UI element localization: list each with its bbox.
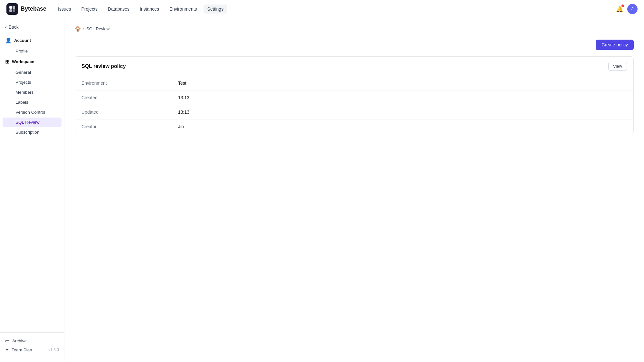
notification-bell[interactable]: 🔔 bbox=[614, 4, 625, 14]
policy-card: SQL review policy View Environment Test … bbox=[75, 56, 634, 134]
workspace-section-label: Workspace bbox=[12, 59, 34, 64]
logo-icon bbox=[6, 3, 18, 15]
created-label: Created bbox=[75, 90, 172, 105]
table-row-updated: Updated 13:13 bbox=[75, 105, 633, 119]
sidebar-item-subscription[interactable]: Subscription bbox=[3, 128, 62, 137]
content-header: Create policy bbox=[75, 40, 634, 50]
created-value: 13:13 bbox=[172, 90, 633, 105]
account-icon: 👤 bbox=[5, 37, 12, 43]
policy-title: SQL review policy bbox=[81, 63, 126, 69]
sidebar-item-general[interactable]: General bbox=[3, 68, 62, 77]
policy-table: Environment Test Created 13:13 Updated 1… bbox=[75, 76, 633, 134]
back-button[interactable]: ‹ Back bbox=[0, 22, 64, 32]
breadcrumb-home-icon[interactable]: 🏠 bbox=[75, 26, 81, 32]
version-text: v1.3.0 bbox=[48, 348, 59, 352]
team-plan-icon: ✦ bbox=[5, 347, 9, 352]
top-navigation: Bytebase Issues Projects Databases Insta… bbox=[0, 0, 644, 18]
back-arrow-icon: ‹ bbox=[5, 24, 7, 30]
notification-badge bbox=[621, 5, 624, 7]
breadcrumb: 🏠 › SQL Review bbox=[75, 26, 634, 32]
environment-label: Environment bbox=[75, 76, 172, 90]
sidebar-item-version-control[interactable]: Version Control bbox=[3, 108, 62, 117]
svg-rect-0 bbox=[9, 6, 12, 9]
logo[interactable]: Bytebase bbox=[6, 3, 46, 15]
policy-card-header: SQL review policy View bbox=[75, 57, 633, 76]
breadcrumb-current: SQL Review bbox=[86, 26, 109, 31]
table-row-environment: Environment Test bbox=[75, 76, 633, 90]
sidebar-item-members[interactable]: Members bbox=[3, 88, 62, 97]
table-row-created: Created 13:13 bbox=[75, 90, 633, 105]
nav-instances[interactable]: Instances bbox=[136, 5, 163, 14]
archive-item[interactable]: 🗃 Archive bbox=[5, 337, 59, 345]
create-policy-button[interactable]: Create policy bbox=[596, 40, 634, 50]
sidebar-bottom: 🗃 Archive ✦ Team Plan v1.3.0 bbox=[0, 332, 64, 358]
account-section-label: Account bbox=[14, 38, 31, 43]
table-row-creator: Creator Jin bbox=[75, 119, 633, 134]
team-plan-label: Team Plan bbox=[12, 348, 32, 352]
creator-label: Creator bbox=[75, 119, 172, 134]
logo-text: Bytebase bbox=[21, 5, 46, 12]
creator-value: Jin bbox=[172, 119, 633, 134]
environment-value: Test bbox=[172, 76, 633, 90]
page-layout: ‹ Back 👤 Account Profile ⊞ Workspace Gen… bbox=[0, 18, 644, 362]
view-button[interactable]: View bbox=[608, 62, 627, 71]
updated-label: Updated bbox=[75, 105, 172, 119]
sidebar-item-labels[interactable]: Labels bbox=[3, 98, 62, 107]
sidebar-item-sql-review[interactable]: SQL Review bbox=[3, 118, 62, 127]
sidebar-item-projects[interactable]: Projects bbox=[3, 78, 62, 87]
main-content: 🏠 › SQL Review Create policy SQL review … bbox=[64, 18, 644, 362]
archive-label: Archive bbox=[12, 338, 27, 343]
nav-projects[interactable]: Projects bbox=[78, 5, 102, 14]
nav-issues[interactable]: Issues bbox=[54, 5, 75, 14]
svg-rect-1 bbox=[13, 6, 15, 9]
sidebar: ‹ Back 👤 Account Profile ⊞ Workspace Gen… bbox=[0, 18, 64, 362]
workspace-icon: ⊞ bbox=[5, 59, 9, 65]
sidebar-section-account[interactable]: 👤 Account bbox=[0, 35, 64, 46]
updated-value: 13:13 bbox=[172, 105, 633, 119]
team-plan-item[interactable]: ✦ Team Plan v1.3.0 bbox=[5, 345, 59, 354]
svg-rect-2 bbox=[9, 9, 12, 12]
nav-settings[interactable]: Settings bbox=[204, 5, 228, 14]
sidebar-section-workspace[interactable]: ⊞ Workspace bbox=[0, 56, 64, 67]
nav-environments[interactable]: Environments bbox=[166, 5, 201, 14]
sidebar-item-profile[interactable]: Profile bbox=[3, 46, 62, 56]
user-avatar[interactable]: J bbox=[627, 4, 638, 14]
archive-icon: 🗃 bbox=[5, 338, 10, 343]
back-label: Back bbox=[9, 24, 19, 30]
breadcrumb-separator: › bbox=[83, 26, 84, 31]
svg-rect-3 bbox=[13, 9, 15, 12]
nav-databases[interactable]: Databases bbox=[104, 5, 133, 14]
